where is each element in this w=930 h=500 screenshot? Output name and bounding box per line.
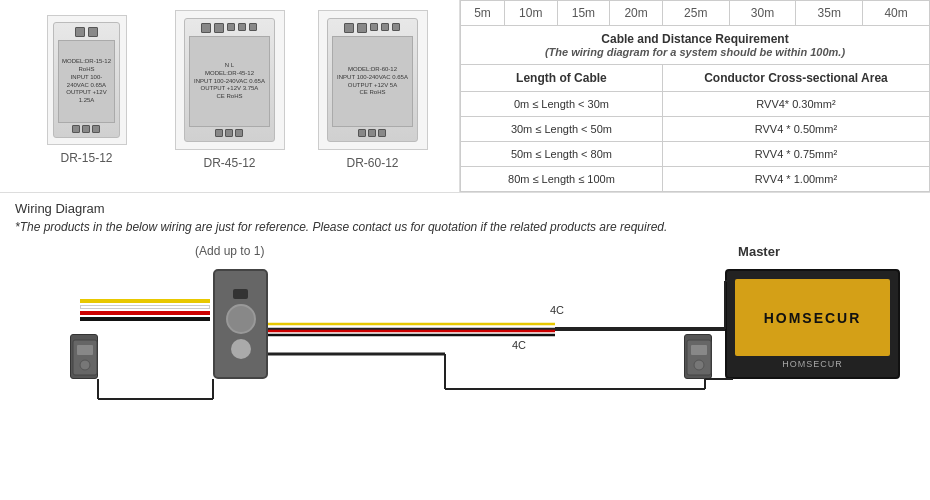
ps-terminal bbox=[358, 129, 366, 137]
card-reader-right-icon bbox=[685, 335, 713, 380]
ps-terminals-bottom bbox=[332, 129, 414, 137]
monitor-screen: HOMSECUR bbox=[735, 279, 890, 356]
add-up-label: (Add up to 1) bbox=[195, 244, 264, 258]
ps-terminal bbox=[225, 129, 233, 137]
dist-15m: 15m bbox=[557, 1, 610, 26]
ps-terminal bbox=[92, 125, 100, 133]
ps-box-dr45: N LMODEL:DR-45-12INPUT 100-240VAC 0.65AO… bbox=[175, 10, 285, 150]
table-title: Cable and Distance Requirement bbox=[471, 32, 919, 46]
wire-black bbox=[80, 317, 210, 321]
ps-terminals-top bbox=[189, 23, 271, 33]
ps-item-dr45: N LMODEL:DR-45-12INPUT 100-240VAC 0.65AO… bbox=[170, 10, 290, 170]
ps-terminals-bottom bbox=[58, 125, 114, 133]
ps-terminal bbox=[227, 23, 235, 31]
dist-40m: 40m bbox=[863, 1, 930, 26]
top-section: MODEL:DR-15-12RoHSINPUT 100-240VAC 0.65A… bbox=[0, 0, 930, 193]
dist-35m: 35m bbox=[796, 1, 863, 26]
ds-camera-icon bbox=[233, 289, 248, 299]
ps-label-dr45: DR-45-12 bbox=[203, 156, 255, 170]
distance-numbers-row: 5m 10m 15m 20m 25m 30m 35m 40m bbox=[461, 1, 930, 26]
svg-point-5 bbox=[694, 360, 704, 370]
wire-white bbox=[80, 305, 210, 309]
dist-5m: 5m bbox=[461, 1, 505, 26]
monitor-brand: HOMSECUR bbox=[764, 310, 862, 326]
length-3: 50m ≤ Length < 80m bbox=[461, 142, 663, 167]
ps-terminal bbox=[249, 23, 257, 31]
page-wrapper: MODEL:DR-15-12RoHSINPUT 100-240VAC 0.65A… bbox=[0, 0, 930, 409]
card-reader-icon bbox=[71, 335, 99, 380]
ps-inner-dr60: MODEL:DR-60-12INPUT 100-240VAC 0.65AOUTP… bbox=[327, 18, 419, 142]
wire-yellow bbox=[80, 299, 210, 303]
monitor-box: HOMSECUR HOMSECUR bbox=[725, 269, 900, 379]
ps-terminal bbox=[368, 129, 376, 137]
wire-strips bbox=[80, 299, 210, 321]
dist-25m: 25m bbox=[662, 1, 729, 26]
cable-label-4c-top: 4C bbox=[550, 304, 564, 316]
ps-terminal bbox=[201, 23, 211, 33]
length-4: 80m ≤ Length ≤ 100m bbox=[461, 167, 663, 192]
ps-body-dr60: MODEL:DR-60-12INPUT 100-240VAC 0.65AOUTP… bbox=[332, 36, 414, 127]
ps-terminal bbox=[214, 23, 224, 33]
ps-terminal bbox=[82, 125, 90, 133]
ps-terminal bbox=[72, 125, 80, 133]
ps-box-dr60: MODEL:DR-60-12INPUT 100-240VAC 0.65AOUTP… bbox=[318, 10, 428, 150]
ps-terminal bbox=[235, 129, 243, 137]
area-1: RVV4* 0.30mm² bbox=[662, 92, 929, 117]
ps-body-dr15: MODEL:DR-15-12RoHSINPUT 100-240VAC 0.65A… bbox=[58, 40, 114, 122]
wiring-section: Wiring Diagram *The products in the belo… bbox=[0, 193, 930, 409]
ps-terminal bbox=[378, 129, 386, 137]
table-row-2: 30m ≤ Length < 50m RVV4 * 0.50mm² bbox=[461, 117, 930, 142]
cable-table-panel: 5m 10m 15m 20m 25m 30m 35m 40m Cable and… bbox=[460, 0, 930, 192]
ds-button-icon bbox=[231, 339, 251, 359]
dist-10m: 10m bbox=[504, 1, 557, 26]
table-subtitle: (The wiring diagram for a system should … bbox=[471, 46, 919, 58]
table-title-row: Cable and Distance Requirement (The wiri… bbox=[461, 26, 930, 65]
ps-terminals-top bbox=[332, 23, 414, 33]
wire-red bbox=[80, 311, 210, 315]
area-3: RVV4 * 0.75mm² bbox=[662, 142, 929, 167]
dist-20m: 20m bbox=[610, 1, 663, 26]
door-station bbox=[213, 269, 268, 379]
wiring-note: *The products in the below wiring are ju… bbox=[15, 220, 915, 234]
card-reader-right bbox=[684, 334, 712, 379]
table-title-cell: Cable and Distance Requirement (The wiri… bbox=[461, 26, 930, 65]
area-4: RVV4 * 1.00mm² bbox=[662, 167, 929, 192]
area-2: RVV4 * 0.50mm² bbox=[662, 117, 929, 142]
length-2: 30m ≤ Length < 50m bbox=[461, 117, 663, 142]
col1-header: Length of Cable bbox=[461, 65, 663, 92]
ps-terminal bbox=[88, 27, 98, 37]
ps-item-dr60: MODEL:DR-60-12INPUT 100-240VAC 0.65AOUTP… bbox=[313, 10, 433, 170]
ps-terminals-bottom bbox=[189, 129, 271, 137]
dist-30m: 30m bbox=[729, 1, 796, 26]
ps-item-dr15: MODEL:DR-15-12RoHSINPUT 100-240VAC 0.65A… bbox=[27, 15, 147, 165]
col2-header: Conductor Cross-sectional Area bbox=[662, 65, 929, 92]
wiring-diagram: (Add up to 1) Master 4C 4C bbox=[15, 244, 915, 409]
ps-inner-dr15: MODEL:DR-15-12RoHSINPUT 100-240VAC 0.65A… bbox=[53, 22, 119, 137]
ps-terminal bbox=[344, 23, 354, 33]
ps-inner-dr45: N LMODEL:DR-45-12INPUT 100-240VAC 0.65AO… bbox=[184, 18, 276, 142]
ps-terminal bbox=[370, 23, 378, 31]
monitor-sub: HOMSECUR bbox=[782, 359, 843, 369]
cable-label-4c-bottom: 4C bbox=[512, 339, 526, 351]
master-label: Master bbox=[738, 244, 780, 259]
table-row-1: 0m ≤ Length < 30m RVV4* 0.30mm² bbox=[461, 92, 930, 117]
svg-rect-4 bbox=[691, 345, 707, 355]
ps-terminal bbox=[392, 23, 400, 31]
ps-label-dr60: DR-60-12 bbox=[346, 156, 398, 170]
table-row-3: 50m ≤ Length < 80m RVV4 * 0.75mm² bbox=[461, 142, 930, 167]
table-row-4: 80m ≤ Length ≤ 100m RVV4 * 1.00mm² bbox=[461, 167, 930, 192]
ps-terminal bbox=[238, 23, 246, 31]
power-supply-panel: MODEL:DR-15-12RoHSINPUT 100-240VAC 0.65A… bbox=[0, 0, 460, 192]
length-1: 0m ≤ Length < 30m bbox=[461, 92, 663, 117]
svg-point-2 bbox=[80, 360, 90, 370]
ps-terminal bbox=[357, 23, 367, 33]
table-header-row: Length of Cable Conductor Cross-sectiona… bbox=[461, 65, 930, 92]
cable-distance-table: 5m 10m 15m 20m 25m 30m 35m 40m Cable and… bbox=[460, 0, 930, 192]
ps-terminal bbox=[75, 27, 85, 37]
ps-label-dr15: DR-15-12 bbox=[60, 151, 112, 165]
ps-body-dr45: N LMODEL:DR-45-12INPUT 100-240VAC 0.65AO… bbox=[189, 36, 271, 127]
power-supply-images: MODEL:DR-15-12RoHSINPUT 100-240VAC 0.65A… bbox=[15, 10, 444, 170]
ps-terminal bbox=[381, 23, 389, 31]
svg-rect-1 bbox=[77, 345, 93, 355]
card-reader-left bbox=[70, 334, 98, 379]
